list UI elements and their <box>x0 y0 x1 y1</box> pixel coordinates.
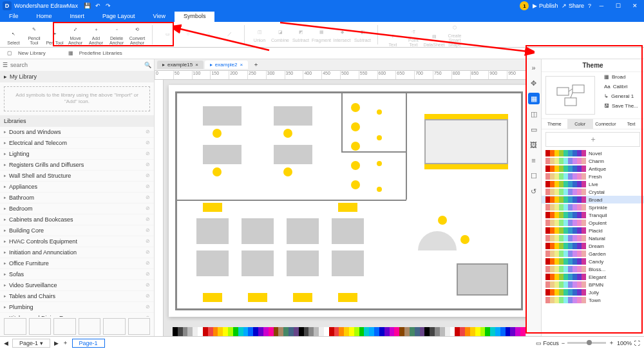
library-item[interactable]: ▸Lighting⊘ <box>0 149 154 160</box>
library-item[interactable]: ▸Appliances⊘ <box>0 182 154 193</box>
color-theme-row[interactable]: Charm <box>542 157 644 165</box>
redo-icon[interactable]: ↷ <box>104 1 113 10</box>
next-page-button[interactable]: ▶ <box>54 340 59 346</box>
my-library-header[interactable]: ▸ My Library <box>0 71 154 82</box>
canvas[interactable] <box>164 80 526 336</box>
color-theme-row[interactable]: Broad <box>542 196 644 203</box>
smart-shape-button[interactable]: ⬡Create Smart Shape <box>445 22 464 47</box>
add-color-row-button[interactable]: ＋ <box>545 132 640 147</box>
layers-icon[interactable]: ≡ <box>528 155 540 166</box>
page-selector[interactable]: Page-1 ▾ <box>12 339 50 348</box>
predefine-icon[interactable]: ▦ <box>66 49 75 58</box>
shape-line[interactable]: ／ <box>220 29 239 41</box>
library-item[interactable]: ▸Video Surveillance⊘ <box>0 280 154 291</box>
library-item[interactable]: ▸Plumbing⊘ <box>0 302 154 313</box>
color-bar[interactable] <box>173 327 526 336</box>
fit-page-button[interactable]: ⛶ <box>634 340 640 346</box>
mode-connector[interactable]: Connector <box>593 119 619 129</box>
search-icon[interactable]: 🔍 <box>144 62 151 68</box>
datasheet-button[interactable]: ▤DataSheet <box>424 31 444 47</box>
color-theme-row[interactable]: Novel <box>542 149 644 157</box>
pointer-icon[interactable]: ✥ <box>528 77 540 89</box>
tab-example2[interactable]: ▸ example2 × <box>205 61 248 69</box>
color-theme-row[interactable]: Elegant <box>542 273 644 281</box>
color-theme-row[interactable]: Natural <box>542 234 644 242</box>
library-item[interactable]: ▸Bedroom⊘ <box>0 203 154 214</box>
intersect-button[interactable]: ◆Intersect <box>332 26 352 42</box>
fragment-button[interactable]: ▦Fragment <box>312 26 331 42</box>
subtract2-button[interactable]: ◧Subtract <box>353 26 372 42</box>
add-page-button[interactable]: ＋ <box>62 339 68 347</box>
menu-insert[interactable]: Insert <box>61 12 94 22</box>
move-anchor-button[interactable]: ⤢Move Anchor <box>66 24 85 45</box>
zoom-in-button[interactable]: ＋ <box>609 339 614 347</box>
library-list[interactable]: ▸Doors and Windows⊘▸Electrical and Telec… <box>0 127 154 317</box>
mode-theme[interactable]: Theme <box>542 119 567 129</box>
convert-anchor-button[interactable]: ⟲Convert Anchor <box>128 24 147 45</box>
library-search-input[interactable] <box>10 62 142 68</box>
history-icon[interactable]: ↺ <box>528 185 540 197</box>
add-tab-button[interactable]: ＋ <box>249 59 263 70</box>
save-icon[interactable]: 💾 <box>83 1 92 10</box>
publish-button[interactable]: ▶ Publish <box>533 3 558 9</box>
menu-icon[interactable]: ☰ <box>3 62 8 68</box>
color-theme-row[interactable]: Sprinkle <box>542 203 644 211</box>
menu-symbols[interactable]: Symbols <box>175 12 215 22</box>
color-theme-row[interactable]: Crystal <box>542 188 644 196</box>
zoom-out-button[interactable]: − <box>562 340 565 346</box>
close-icon[interactable]: × <box>240 62 243 68</box>
menu-page-layout[interactable]: Page Layout <box>93 12 144 22</box>
color-theme-row[interactable]: Candy <box>542 258 644 265</box>
focus-mode-button[interactable]: ▭ Focus <box>536 340 559 346</box>
color-theme-row[interactable]: Fresh <box>542 173 644 180</box>
color-theme-row[interactable]: Dream <box>542 242 644 250</box>
add-anchor-button[interactable]: ＋Add Anchor <box>86 24 106 45</box>
pencil-tool-button[interactable]: ✎Pencil Tool <box>24 24 44 45</box>
new-library-label[interactable]: New Library <box>18 50 46 56</box>
share-button[interactable]: ↗ Share <box>562 3 584 9</box>
library-item[interactable]: ▸Building Core⊘ <box>0 225 154 236</box>
page-tab-1[interactable]: Page-1 <box>72 339 105 348</box>
close-icon[interactable]: × <box>195 62 198 68</box>
zoom-level[interactable]: 100% <box>617 340 632 346</box>
text-button[interactable]: TText <box>383 31 402 47</box>
color-theme-row[interactable]: Garden <box>542 250 644 258</box>
help-icon[interactable]: ? <box>588 3 591 9</box>
library-item[interactable]: ▸Registers Grills and Diffusers⊘ <box>0 160 154 171</box>
menu-view[interactable]: View <box>144 12 175 22</box>
drawing-page[interactable] <box>169 85 526 317</box>
collapse-icon[interactable]: » <box>528 62 540 73</box>
layout-icon[interactable]: ◫ <box>528 108 540 120</box>
library-item[interactable]: ▸Bathroom⊘ <box>0 193 154 203</box>
select-tool-button[interactable]: ↖Select <box>4 29 23 45</box>
color-theme-row[interactable]: Jolly <box>542 288 644 296</box>
color-theme-row[interactable]: Opulent <box>542 219 644 227</box>
shape-circle[interactable]: ○ <box>178 29 198 41</box>
point-text-button[interactable]: ·TPoint Text <box>404 26 423 47</box>
color-theme-row[interactable]: Town <box>542 296 644 304</box>
library-item[interactable]: ▸Office Furniture⊘ <box>0 258 154 269</box>
mode-color[interactable]: Color <box>567 119 593 129</box>
subtract-button[interactable]: ◩Subtract <box>291 26 310 42</box>
mode-text[interactable]: Text <box>618 119 644 129</box>
library-item[interactable]: ▸Initiation and Annunciation⊘ <box>0 247 154 258</box>
color-theme-list[interactable]: NovelCharmAntiqueFreshLiveCrystalBroadSp… <box>542 149 644 336</box>
library-item[interactable]: ▸Electrical and Telecom⊘ <box>0 138 154 149</box>
minimize-button[interactable]: ─ <box>595 3 608 9</box>
theme-opt-calibri[interactable]: Aa Calibri <box>599 82 644 91</box>
zoom-slider[interactable] <box>567 342 606 344</box>
tab-example15[interactable]: ▸ example15 × <box>157 61 204 69</box>
color-theme-row[interactable]: Placid <box>542 227 644 234</box>
prev-page-button[interactable]: ◀ <box>4 340 8 346</box>
color-theme-row[interactable]: Antique <box>542 165 644 173</box>
new-library-icon[interactable]: ▢ <box>5 49 14 58</box>
theme-opt-save[interactable]: 🖫 Save The... <box>599 101 644 111</box>
theme-opt-general[interactable]: ↳ General 1 <box>599 91 644 101</box>
pen-tool-button[interactable]: ✒Pen Tool <box>45 29 64 45</box>
color-theme-row[interactable]: Live <box>542 180 644 188</box>
library-item[interactable]: ▸Cabinets and Bookcases⊘ <box>0 214 154 225</box>
align-icon[interactable]: ☐ <box>528 170 540 182</box>
close-button[interactable]: ✕ <box>629 3 641 9</box>
union-button[interactable]: ◫Union <box>250 26 269 42</box>
undo-icon[interactable]: ↶ <box>93 1 102 10</box>
